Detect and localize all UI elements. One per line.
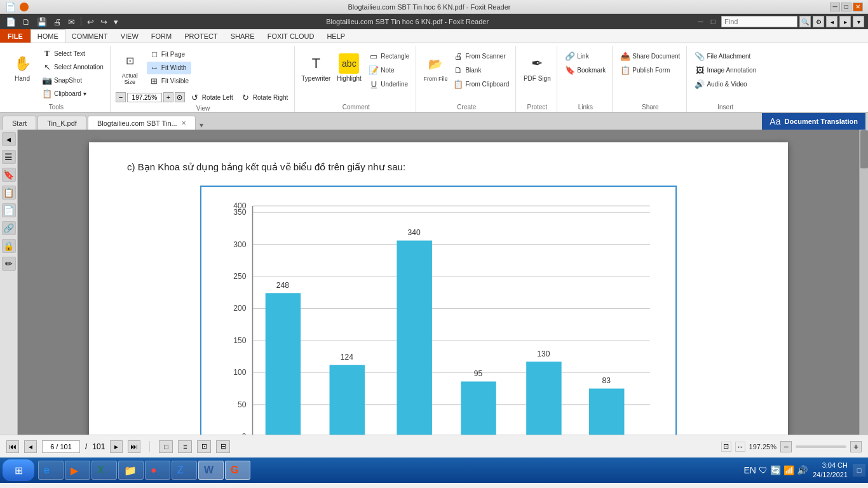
attachment-panel-icon[interactable]: 🔗 — [2, 221, 16, 235]
comment-menu[interactable]: COMMENT — [65, 29, 114, 43]
share-menu[interactable]: SHARE — [224, 29, 261, 43]
taskbar-word[interactable]: W — [198, 461, 224, 480]
file-attachment-button[interactable]: 📎 File Attachment — [692, 50, 753, 62]
link-button[interactable]: 🔗 Link — [562, 50, 591, 62]
single-page-view-button[interactable]: □ — [159, 440, 173, 453]
find-search-button[interactable]: 🔍 — [799, 16, 811, 27]
foxit-cloud-menu[interactable]: FOXIT CLOUD — [261, 29, 321, 43]
home-menu[interactable]: HOME — [31, 29, 65, 43]
nav-left-icon[interactable]: ◂ — [2, 132, 16, 146]
from-file-button[interactable]: 📂 From File — [421, 47, 449, 88]
zoom-in-status-button[interactable]: + — [850, 441, 862, 452]
find-prev-button[interactable]: ◂ — [826, 16, 837, 27]
form-menu[interactable]: FORM — [145, 29, 178, 43]
pdf-area[interactable]: blogtailieu.com c) Bạn Khoa sử dụng bảng… — [18, 130, 859, 435]
document-translation-tab[interactable]: Aa Document Translation — [762, 113, 865, 130]
close-button[interactable]: ✕ — [853, 3, 863, 11]
share-document-button[interactable]: 📤 Share Document — [618, 50, 682, 62]
image-annotation-button[interactable]: 🖼 Image Annotation — [692, 64, 759, 76]
ribbon-expand-button[interactable]: □ — [708, 16, 719, 27]
vertical-scrollbar[interactable] — [859, 130, 868, 435]
hand-button[interactable]: ✋ Hand — [6, 47, 38, 88]
select-text-button[interactable]: 𝐓 Select Text — [39, 47, 106, 60]
clipboard-button[interactable]: 📋 Clipboard ▾ — [39, 87, 106, 100]
new-button[interactable]: 🗋 — [20, 16, 32, 28]
snapshot-button[interactable]: 📷 SnapShot — [39, 74, 106, 86]
taskbar-explorer[interactable]: 📁 — [118, 461, 144, 480]
security-panel-icon[interactable]: 🔒 — [2, 239, 16, 253]
help-menu[interactable]: HELP — [320, 29, 351, 43]
blank-button[interactable]: 🗋 Blank — [451, 64, 512, 76]
first-page-button[interactable]: ⏮ — [6, 440, 19, 453]
zoom-in-button[interactable]: + — [163, 92, 173, 102]
rectangle-button[interactable]: ▭ Rectangle — [366, 50, 412, 62]
select-annotation-button[interactable]: ↖ Select Annotation — [39, 60, 106, 73]
protect-menu[interactable]: PROTECT — [178, 29, 224, 43]
tray-net[interactable]: 📶 — [783, 465, 794, 475]
typewriter-button[interactable]: T Typewriter — [300, 47, 332, 88]
fit-width-button[interactable]: ↔ Fit Width — [147, 62, 191, 74]
zoom-fullscreen-button[interactable]: ⊙ — [175, 92, 185, 102]
prev-page-button[interactable]: ◂ — [24, 440, 37, 453]
customize-button[interactable]: ▾ — [112, 16, 120, 28]
two-page-view-button[interactable]: ⊡ — [197, 440, 211, 453]
page-number-input[interactable]: 6 — [42, 440, 80, 453]
view-menu[interactable]: VIEW — [114, 29, 145, 43]
zoom-value[interactable]: 197.25% — [127, 93, 162, 102]
tray-antivirus[interactable]: 🛡 — [759, 465, 768, 475]
continuous-view-button[interactable]: ≡ — [178, 440, 192, 453]
taskbar-unikey[interactable]: G — [225, 461, 250, 480]
bookmark-panel-icon[interactable]: 🔖 — [2, 168, 16, 182]
find-input[interactable] — [721, 16, 797, 27]
continuous-two-page-button[interactable]: ⊟ — [216, 440, 230, 453]
highlight-button[interactable]: abc Highlight — [333, 47, 365, 88]
tray-volume[interactable]: 🔊 — [797, 465, 808, 475]
pages-icon[interactable]: 📄 — [2, 203, 16, 217]
underline-button[interactable]: U Underline — [366, 78, 412, 90]
print-button[interactable]: 🖨 — [51, 16, 64, 28]
redo-button[interactable]: ↪ — [98, 16, 109, 28]
zoom-out-button[interactable]: − — [116, 92, 126, 102]
note-button[interactable]: 📝 Note — [366, 64, 412, 76]
find-settings-button[interactable]: ⚙ — [813, 16, 824, 27]
minimize-button[interactable]: ─ — [830, 3, 840, 11]
tray-lang[interactable]: EN — [743, 465, 756, 475]
from-clipboard-button[interactable]: 📋 From Clipboard — [451, 78, 512, 90]
tab-close-icon[interactable]: ✕ — [181, 119, 186, 126]
zoom-slider[interactable] — [796, 445, 846, 448]
thumbnail-icon[interactable]: ☰ — [2, 150, 16, 164]
save-button[interactable]: 💾 — [35, 16, 49, 28]
layers-icon[interactable]: 📋 — [2, 186, 16, 200]
notification-button[interactable]: □ — [853, 464, 865, 477]
fit-width-status-button[interactable]: ↔ — [735, 442, 745, 452]
from-scanner-button[interactable]: 🖨 From Scanner — [451, 50, 512, 62]
rotate-left-button[interactable]: ↺ Rotate Left — [187, 91, 236, 104]
tab-tin-k[interactable]: Tin_K.pdf — [37, 116, 86, 130]
ribbon-minimize-button[interactable]: ─ — [695, 16, 707, 27]
rotate-right-button[interactable]: ↻ Rotate Right — [238, 91, 291, 104]
tab-start[interactable]: Start — [3, 116, 36, 130]
audio-video-button[interactable]: 🔊 Audio & Video — [692, 78, 749, 90]
maximize-button[interactable]: □ — [841, 3, 851, 11]
fit-window-button[interactable]: ⊡ — [721, 442, 731, 452]
taskbar-chrome[interactable]: ● — [145, 461, 170, 480]
taskbar-excel[interactable]: X — [92, 461, 117, 480]
taskbar-ie[interactable]: e — [38, 461, 64, 480]
find-next-button[interactable]: ▸ — [839, 16, 851, 27]
edit-panel-icon[interactable]: ✏ — [2, 257, 16, 271]
next-page-button[interactable]: ▸ — [110, 440, 123, 453]
tray-sync[interactable]: 🔄 — [770, 465, 781, 475]
taskbar-zoom[interactable]: Z — [172, 461, 197, 480]
file-menu[interactable]: FILE — [0, 29, 31, 43]
find-options-button[interactable]: ▾ — [853, 16, 864, 27]
pdf-sign-button[interactable]: ✒ PDF Sign — [521, 47, 553, 88]
fit-page-button[interactable]: □ Fit Page — [147, 48, 191, 61]
tab-dropdown-button[interactable]: ▾ — [200, 121, 203, 130]
taskbar-media[interactable]: ▶ — [65, 461, 90, 480]
undo-button[interactable]: ↩ — [85, 16, 96, 28]
publish-form-button[interactable]: 📋 Publish Form — [618, 64, 672, 76]
fit-visible-button[interactable]: ⊞ Fit Visible — [147, 75, 191, 88]
email-button[interactable]: ✉ — [66, 16, 77, 28]
actual-size-button[interactable]: ⊡ Actual Size — [116, 47, 144, 88]
last-page-button[interactable]: ⏭ — [128, 440, 140, 453]
